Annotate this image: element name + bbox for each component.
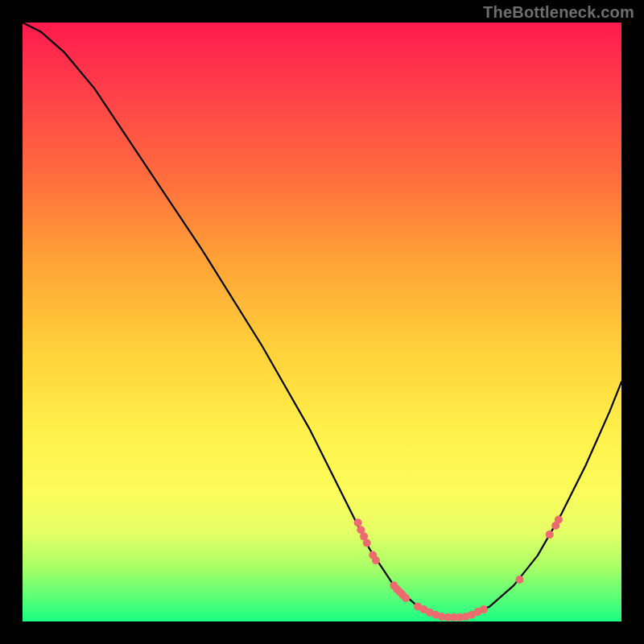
data-marker bbox=[402, 594, 410, 602]
data-marker bbox=[516, 576, 524, 584]
data-marker bbox=[354, 518, 362, 526]
data-marker bbox=[555, 516, 563, 524]
bottleneck-curve bbox=[23, 23, 621, 617]
data-marker bbox=[372, 556, 380, 564]
data-marker bbox=[363, 539, 371, 547]
chart-svg bbox=[23, 23, 621, 621]
data-marker bbox=[480, 605, 488, 613]
watermark-label: TheBottleneck.com bbox=[483, 3, 634, 22]
chart-frame bbox=[23, 23, 621, 621]
data-marker bbox=[546, 530, 554, 539]
